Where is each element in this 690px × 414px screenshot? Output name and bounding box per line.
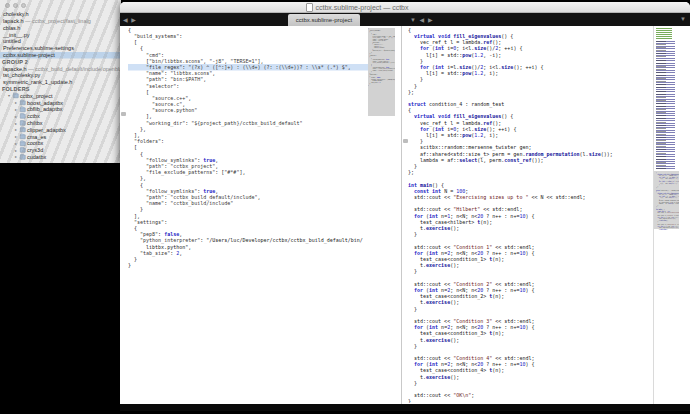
left-editor-pane[interactable]: { "build_systems": [ { "cmd": ["bin/libt… [128, 27, 368, 403]
group2-header: GROUP 2 [0, 59, 121, 66]
code-line[interactable]: "name": "cctbx_build/include" [368, 70, 395, 71]
folder-item[interactable]: ▸boost_adaptbx [0, 99, 121, 106]
right-minimap[interactable]: { virtual void fill_eigenvalues() { vec_… [654, 26, 679, 256]
folder-item[interactable]: ▸cootbx [0, 140, 121, 147]
folder-icon [20, 141, 26, 146]
window-controls [5, 3, 26, 8]
folder-icon [20, 101, 26, 106]
folder-icon [20, 148, 26, 153]
folders-header: FOLDERS [0, 86, 121, 93]
file-name: symmetric_rank_1_update.h [3, 79, 72, 86]
open-file-item[interactable]: cblas.h [0, 25, 121, 32]
folder-item[interactable]: ▸cma_es [0, 133, 121, 140]
folder-item-root[interactable]: ▾cctbx_project [0, 93, 121, 100]
folder-name: crys3d [27, 147, 43, 154]
folder-item[interactable]: ▸cudatbx [0, 154, 121, 161]
folder-name: cctbx [27, 113, 40, 120]
sublime-text-window: cctbx.sublime-project — cctbx ◀ ▶ cctbx.… [120, 2, 690, 411]
open-file-item[interactable]: __init__.py [0, 31, 121, 38]
minimap-code-above-2 [656, 41, 666, 171]
open-file-item[interactable]: tst_cholesky.py [0, 72, 121, 79]
disclosure-triangle-icon[interactable]: ▸ [15, 133, 19, 140]
tab-bar: ◀ ▶ cctbx.sublime-project ▼ ◀ ▶ ▼ [120, 13, 690, 26]
left-minimap[interactable]: { "build_systems": [ { "cmd": ["bin/libt… [368, 28, 395, 116]
disclosure-triangle-icon[interactable]: ▸ [15, 127, 19, 134]
right-gutter-marker [403, 139, 408, 143]
right-editor-pane[interactable]: { virtual void fill_eigenvalues() { vec_… [408, 27, 654, 403]
folder-name: cootbx [27, 140, 43, 147]
folder-item[interactable]: ▸clipper_adaptbx [0, 127, 121, 134]
folder-icon [20, 128, 26, 133]
file-path: — cctbx_build_default/include/openblas [28, 65, 121, 72]
right-group-scroll-arrows-icon[interactable]: ▼ ◀ ▶ [410, 16, 434, 23]
left-group-scroll-arrows-icon[interactable]: ◀ ▶ [123, 16, 137, 23]
disclosure-triangle-icon[interactable]: ▸ [15, 99, 19, 106]
background-window-sidebar: cholesky.hlapack.h— cctbx_project/fast_l… [0, 0, 121, 163]
disclosure-triangle-icon[interactable]: ▸ [15, 140, 19, 147]
folder-item[interactable]: ▸crys3d [0, 147, 121, 154]
tab-overflow-icon[interactable]: ▼ [680, 16, 687, 22]
file-name: cholesky.h [3, 11, 29, 18]
open-file-item[interactable]: lapacke.h— cctbx_build_default/include/o… [0, 65, 121, 72]
code-line[interactable]: } [408, 399, 654, 403]
folder-item[interactable]: ▸cbflib_adaptbx [0, 106, 121, 113]
code-line[interactable]: "python_interpreter": "/Users/luc/Develo… [128, 238, 368, 244]
folder-item[interactable]: ▸chiltbx [0, 120, 121, 127]
file-name: tst_cholesky.py [3, 72, 40, 79]
minimize-button-icon[interactable] [13, 3, 18, 8]
document-icon [306, 3, 313, 12]
open-file-item[interactable]: lapack.h— cctbx_project/fast_linalg [0, 18, 121, 25]
open-file-item[interactable]: symmetric_rank_1_update.h [0, 79, 121, 86]
folder-name: chiltbx [27, 120, 43, 127]
left-gutter-marker [121, 112, 126, 116]
sidebar: cholesky.hlapack.h— cctbx_project/fast_l… [0, 11, 121, 163]
minimap-viewport[interactable] [654, 171, 679, 229]
disclosure-triangle-icon[interactable]: ▸ [15, 154, 19, 161]
open-file-item[interactable]: Preferences.sublime-settings [0, 45, 121, 52]
file-name: cblas.h [3, 25, 20, 32]
disclosure-triangle-icon[interactable]: ▸ [15, 106, 19, 113]
file-name: lapacke.h [3, 65, 27, 72]
folder-icon [20, 107, 26, 112]
file-name: untitled [3, 38, 21, 45]
disclosure-triangle-icon[interactable]: ▸ [15, 147, 19, 154]
close-button-icon[interactable] [5, 3, 10, 8]
pane-divider[interactable] [401, 26, 402, 404]
folder-name: cudatbx [27, 154, 46, 161]
tab-cctbx-sublime-project[interactable]: cctbx.sublime-project [288, 14, 360, 26]
folder-name: boost_adaptbx [27, 99, 63, 106]
title-wrap: cctbx.sublime-project — cctbx [306, 3, 409, 12]
open-file-item[interactable]: cctbx.sublime-project [0, 52, 121, 59]
disclosure-triangle-icon[interactable]: ▾ [8, 93, 12, 100]
disclosure-triangle-icon[interactable]: ▸ [15, 113, 19, 120]
file-path: — cctbx_project/fast_linalg [25, 18, 91, 25]
file-name: __init__.py [3, 31, 30, 38]
code-line[interactable]: } [128, 262, 368, 268]
editor-content: { "build_systems": [ { "cmd": ["bin/libt… [120, 26, 690, 404]
folder-icon [13, 94, 19, 99]
zoom-button-icon[interactable] [21, 3, 26, 8]
open-file-item[interactable]: untitled [0, 38, 121, 45]
file-name: lapack.h [3, 18, 23, 25]
minimap-comment-block [656, 28, 672, 39]
folder-name: cctbx_project [20, 93, 52, 100]
folder-name: cma_es [27, 133, 46, 140]
open-file-item[interactable]: cholesky.h [0, 11, 121, 18]
folder-name: clipper_adaptbx [27, 127, 66, 134]
folder-name: cbflib_adaptbx [27, 106, 62, 113]
tab-label: cctbx.sublime-project [296, 17, 352, 23]
file-name: cctbx.sublime-project [3, 52, 55, 59]
folder-icon [20, 134, 26, 139]
folder-icon [20, 114, 26, 119]
window-title: cctbx.sublime-project — cctbx [316, 4, 409, 11]
folder-item[interactable]: ▸cctbx [0, 113, 121, 120]
folder-icon [20, 155, 26, 160]
code-line[interactable]: } [368, 85, 395, 86]
status-bar [120, 404, 690, 411]
folder-icon [20, 121, 26, 126]
title-bar[interactable]: cctbx.sublime-project — cctbx [120, 2, 690, 13]
file-name: Preferences.sublime-settings [3, 45, 74, 52]
disclosure-triangle-icon[interactable]: ▸ [15, 120, 19, 127]
